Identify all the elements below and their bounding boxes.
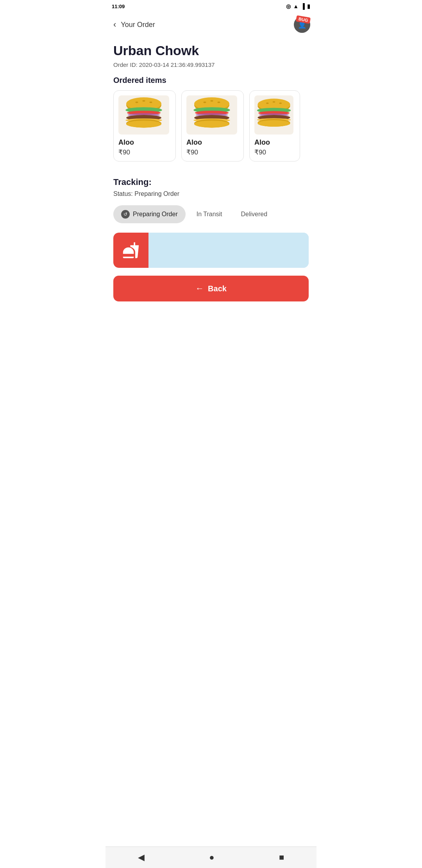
list-item: Aloo ₹90 bbox=[181, 90, 244, 161]
step-label: Delivered bbox=[241, 211, 268, 218]
nav-back-icon[interactable]: ◀ bbox=[138, 852, 145, 863]
battery-icon: ▮ bbox=[307, 3, 310, 9]
step-checkmark-icon: ↺ bbox=[121, 210, 130, 219]
item-price: ₹90 bbox=[186, 148, 198, 156]
svg-point-23 bbox=[194, 120, 229, 127]
avatar-wrapper: 👤 BUG bbox=[294, 16, 310, 33]
tracking-section: Tracking: Status: Preparing Order ↺ Prep… bbox=[113, 177, 309, 268]
tracking-title: Tracking: bbox=[113, 177, 309, 187]
wifi-icon: ▲ bbox=[293, 3, 299, 9]
ordered-items-title: Ordered items bbox=[113, 76, 309, 85]
step-in-transit[interactable]: In Transit bbox=[189, 206, 230, 222]
svg-point-35 bbox=[257, 120, 290, 127]
progress-banner bbox=[113, 233, 309, 268]
back-action-arrow-icon: ← bbox=[195, 283, 204, 294]
status-icons: ◎ ▲ ▐ ▮ bbox=[286, 3, 310, 9]
item-image bbox=[254, 95, 293, 135]
back-action-label: Back bbox=[208, 284, 227, 293]
svg-point-16 bbox=[217, 102, 220, 103]
signal-icon: ▐ bbox=[301, 3, 305, 9]
progress-icon-box bbox=[113, 233, 148, 268]
header: ‹ Your Order 👤 BUG bbox=[106, 13, 316, 37]
svg-point-28 bbox=[279, 102, 282, 104]
back-action-button[interactable]: ← Back bbox=[113, 276, 309, 301]
step-label: Preparing Order bbox=[133, 211, 178, 218]
item-image bbox=[186, 95, 237, 135]
back-button[interactable]: ‹ bbox=[112, 18, 118, 31]
progress-content bbox=[148, 233, 309, 268]
svg-point-26 bbox=[266, 102, 269, 104]
list-item: Aloo ₹90 bbox=[113, 90, 176, 161]
svg-point-4 bbox=[149, 102, 152, 103]
svg-point-14 bbox=[203, 102, 206, 103]
item-name: Aloo bbox=[254, 138, 270, 147]
nav-square-icon[interactable]: ■ bbox=[279, 852, 284, 863]
main-content: Urban Chowk Order ID: 2020-03-14 21:36:4… bbox=[106, 37, 316, 319]
tracking-status: Status: Preparing Order bbox=[113, 190, 309, 197]
svg-point-27 bbox=[273, 101, 275, 102]
back-arrow-icon: ‹ bbox=[113, 20, 116, 29]
item-name: Aloo bbox=[186, 138, 202, 147]
restaurant-name: Urban Chowk bbox=[113, 43, 309, 58]
header-title: Your Order bbox=[121, 21, 294, 29]
step-label: In Transit bbox=[197, 211, 222, 218]
items-carousel: Aloo ₹90 bbox=[113, 90, 309, 165]
svg-point-3 bbox=[142, 100, 145, 102]
item-image bbox=[118, 95, 169, 135]
step-preparing-order[interactable]: ↺ Preparing Order bbox=[113, 205, 186, 223]
bottom-navigation: ◀ ● ■ bbox=[106, 846, 316, 868]
status-steps: ↺ Preparing Order In Transit Delivered bbox=[113, 205, 309, 223]
status-bar: 11:09 ◎ ▲ ▐ ▮ bbox=[106, 0, 316, 13]
svg-point-11 bbox=[126, 120, 161, 127]
nav-home-icon[interactable]: ● bbox=[209, 852, 214, 863]
step-delivered[interactable]: Delivered bbox=[233, 206, 275, 222]
item-name: Aloo bbox=[118, 138, 134, 147]
item-price: ₹90 bbox=[254, 148, 266, 156]
order-id: Order ID: 2020-03-14 21:36:49.993137 bbox=[113, 61, 309, 68]
svg-point-2 bbox=[135, 102, 138, 103]
item-price: ₹90 bbox=[118, 148, 130, 156]
list-item: Aloo ₹90 bbox=[249, 90, 300, 161]
svg-point-15 bbox=[210, 100, 213, 102]
location-icon: ◎ bbox=[286, 3, 291, 9]
time-display: 11:09 bbox=[112, 4, 125, 9]
food-icon bbox=[122, 242, 139, 259]
